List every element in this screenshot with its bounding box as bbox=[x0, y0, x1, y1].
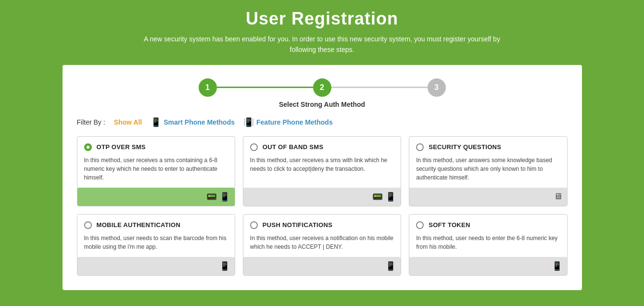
card-desc-sq: In this method, user answers some knowle… bbox=[416, 156, 560, 182]
method-card-push[interactable]: PUSH NOTIFICATIONS In this method, user … bbox=[243, 214, 401, 276]
desktop-icon-sq: 🖥 bbox=[554, 191, 562, 202]
smart-phone-filter-icon: 📱 bbox=[151, 117, 161, 128]
radio-ma[interactable] bbox=[84, 221, 92, 229]
radio-sq[interactable] bbox=[416, 143, 424, 151]
stepper-label: Select Strong Auth Method bbox=[77, 101, 568, 108]
filter-feature-phone[interactable]: 📳 Feature Phone Methods bbox=[243, 117, 333, 128]
smart-phone-icon-st: 📱 bbox=[552, 261, 562, 271]
page-subtitle: A new security system has been enabled f… bbox=[139, 34, 505, 55]
card-header-push: PUSH NOTIFICATIONS bbox=[250, 221, 394, 229]
card-desc-push: In this method, user receives a notifica… bbox=[250, 234, 394, 251]
methods-grid: OTP OVER SMS In this method, user receiv… bbox=[77, 136, 568, 276]
feature-phone-icon-otp: 📟 bbox=[206, 191, 217, 202]
filter-bar: Filter By : Show All 📱 Smart Phone Metho… bbox=[77, 117, 568, 128]
smart-phone-icon-otp: 📱 bbox=[219, 191, 230, 202]
card-title-ma: MOBILE AUTHENTICATION bbox=[97, 221, 181, 229]
method-card-mobile-auth[interactable]: MOBILE AUTHENTICATION In this method, us… bbox=[77, 214, 235, 276]
filter-label: Filter By : bbox=[77, 118, 105, 126]
method-card-security-questions[interactable]: SECURITY QUESTIONS In this method, user … bbox=[409, 136, 567, 206]
card-title-st: SOFT TOKEN bbox=[429, 221, 470, 229]
filter-show-all[interactable]: Show All bbox=[114, 118, 142, 126]
main-card: 1 2 3 Select Strong Auth Method Filter B… bbox=[63, 65, 582, 290]
feature-phone-label: Feature Phone Methods bbox=[256, 118, 333, 126]
stepper: 1 2 3 bbox=[77, 78, 568, 97]
show-all-label: Show All bbox=[114, 118, 142, 126]
method-card-out-of-band[interactable]: OUT OF BAND SMS In this method, user rec… bbox=[243, 136, 401, 206]
filter-smart-phone[interactable]: 📱 Smart Phone Methods bbox=[151, 117, 235, 128]
card-header-st: SOFT TOKEN bbox=[416, 221, 560, 229]
card-header-ma: MOBILE AUTHENTICATION bbox=[84, 221, 228, 229]
card-desc-oob: In this method, user receives a sms with… bbox=[250, 156, 394, 182]
card-header-otp: OTP OVER SMS bbox=[84, 143, 228, 151]
card-title-push: PUSH NOTIFICATIONS bbox=[263, 221, 332, 229]
step-line-2-3 bbox=[331, 87, 428, 88]
card-title-oob: OUT OF BAND SMS bbox=[263, 143, 324, 151]
card-title-sq: SECURITY QUESTIONS bbox=[429, 143, 501, 151]
radio-push[interactable] bbox=[250, 221, 258, 229]
smart-phone-icon-oob: 📱 bbox=[385, 191, 396, 202]
card-header-sq: SECURITY QUESTIONS bbox=[416, 143, 560, 151]
page-title: User Registration bbox=[19, 9, 625, 29]
smart-phone-label: Smart Phone Methods bbox=[164, 118, 235, 126]
card-footer-otp: 📟 📱 bbox=[77, 188, 235, 206]
header-section: User Registration A new security system … bbox=[0, 0, 644, 65]
smart-phone-icon-ma: 📱 bbox=[219, 261, 230, 271]
method-card-soft-token[interactable]: SOFT TOKEN In this method, user needs to… bbox=[409, 214, 567, 276]
method-card-otp-sms[interactable]: OTP OVER SMS In this method, user receiv… bbox=[77, 136, 235, 206]
step-2: 2 bbox=[313, 78, 331, 97]
card-header-oob: OUT OF BAND SMS bbox=[250, 143, 394, 151]
radio-oob[interactable] bbox=[250, 143, 258, 151]
card-footer-sq: 🖥 bbox=[409, 188, 567, 206]
step-1: 1 bbox=[199, 78, 217, 97]
card-desc-st: In this method, user needs to enter the … bbox=[416, 234, 560, 251]
card-desc-otp: In this method, user receives a sms cont… bbox=[84, 156, 228, 182]
card-title-otp: OTP OVER SMS bbox=[97, 143, 146, 151]
feature-phone-filter-icon: 📳 bbox=[243, 117, 254, 128]
step-line-1-2 bbox=[217, 87, 313, 88]
radio-st[interactable] bbox=[416, 221, 424, 229]
card-footer-ma: 📱 bbox=[77, 257, 235, 275]
card-desc-ma: In this method, user needs to scan the b… bbox=[84, 234, 228, 251]
feature-phone-icon-oob: 📟 bbox=[372, 191, 383, 202]
smart-phone-icon-push: 📱 bbox=[385, 261, 396, 271]
card-footer-st: 📱 bbox=[409, 257, 567, 275]
radio-otp[interactable] bbox=[84, 143, 92, 151]
step-3: 3 bbox=[428, 78, 446, 97]
card-footer-oob: 📟 📱 bbox=[243, 188, 401, 206]
card-footer-push: 📱 bbox=[243, 257, 401, 275]
